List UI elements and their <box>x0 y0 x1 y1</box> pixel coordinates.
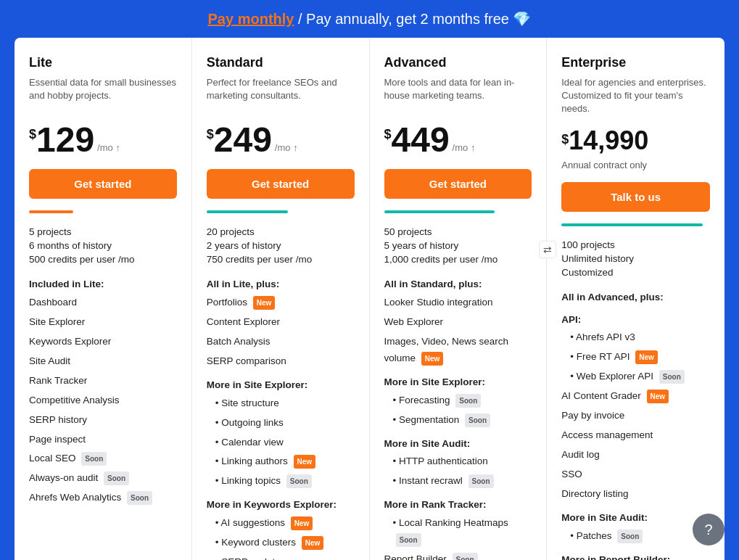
feature-item: Keywords Explorer <box>29 332 177 352</box>
feature-item: Content Explorer <box>207 313 355 332</box>
plan-desc-enterprise: Ideal for agencies and enterprises. Cust… <box>561 76 710 116</box>
section-header: More in Report Builder: <box>561 552 710 560</box>
section-header: More in Site Audit: <box>561 510 710 527</box>
section-header: More in Site Audit: <box>384 436 532 453</box>
progress-bar-advanced <box>384 210 495 213</box>
feature-item: Site Audit <box>29 352 177 371</box>
price-period: /mo ↑ <box>453 142 476 153</box>
new-badge: New <box>647 390 669 403</box>
feature-item: Page inspect <box>29 430 177 450</box>
plan-name-advanced: Advanced <box>384 55 532 70</box>
sub-feature-item: • AI suggestions New <box>207 514 355 533</box>
price-row-advanced: $ 449 /mo ↑ <box>384 123 532 157</box>
sub-feature-item: • Ahrefs API v3 <box>561 328 710 347</box>
features-header: All in Advanced, plus: <box>561 289 710 306</box>
plan-name-standard: Standard <box>207 55 355 70</box>
dollar-sign: $ <box>561 132 569 147</box>
feature-item: Pay by invoice <box>561 406 710 426</box>
plan-desc-advanced: More tools and data for lean in-house ma… <box>384 76 532 111</box>
feature-item: Portfolios New <box>207 293 355 313</box>
section-header: More in Keywords Explorer: <box>207 497 355 514</box>
cta-button-standard[interactable]: Get started <box>207 169 355 199</box>
section-header: More in Site Explorer: <box>207 377 355 394</box>
soon-badge: Soon <box>286 474 312 488</box>
feature-item: Batch Analysis <box>207 332 355 352</box>
sub-feature-item: • Outgoing links <box>207 413 355 433</box>
feature-item: Rank Tracker <box>29 371 177 391</box>
feature-item: Access management <box>561 426 710 445</box>
plan-name-lite: Lite <box>29 55 177 70</box>
new-badge: New <box>294 455 316 469</box>
new-badge: New <box>421 352 444 366</box>
sub-feature-item: • Keyword clusters New <box>207 533 355 553</box>
stat-item: 500 credits per user /mo <box>29 252 177 266</box>
stat-item: 20 projects <box>207 225 355 239</box>
features-header: Included in Lite: <box>29 276 177 293</box>
soon-badge: Soon <box>659 370 685 384</box>
stat-item: Unlimited history <box>561 252 710 265</box>
pricing-container: LiteEssential data for small businesses … <box>15 38 724 560</box>
new-badge: New <box>635 350 658 364</box>
feature-item: Ahrefs Web Analytics Soon <box>29 488 177 508</box>
stat-item: Customized <box>561 265 710 279</box>
soon-badge: Soon <box>453 553 478 560</box>
feature-item: AI Content Grader New <box>561 387 710 406</box>
top-bar: Pay monthly / Pay annually, get 2 months… <box>0 0 739 38</box>
soon-badge: Soon <box>617 530 643 543</box>
price-row-enterprise: $ 14,990 <box>561 128 710 154</box>
dollar-sign: $ <box>207 127 214 142</box>
feature-item: Directory listing <box>561 485 710 504</box>
plan-col-standard: StandardPerfect for freelance SEOs and m… <box>192 38 370 560</box>
feature-item: SERP history <box>29 411 177 430</box>
cta-button-advanced[interactable]: Get started <box>384 169 532 199</box>
price-note: Annual contract only <box>561 160 710 170</box>
stat-item: 5 projects <box>29 225 177 239</box>
sub-feature-item: • Patches Soon <box>561 527 710 546</box>
sub-feature-item: • Forecasting Soon <box>384 391 532 411</box>
price-period: /mo ↑ <box>275 142 298 153</box>
soon-badge: Soon <box>81 452 107 466</box>
feature-item: Images, Video, News search volume New <box>384 332 532 368</box>
stat-item: 2 years of history <box>207 239 355 252</box>
sub-feature-item: • SERP updates <box>207 553 355 560</box>
new-badge: New <box>302 536 324 550</box>
feature-item: Always-on audit Soon <box>29 469 177 488</box>
sub-feature-item: • Calendar view <box>207 433 355 453</box>
sub-feature-item: • Segmentation Soon <box>384 411 532 430</box>
sub-feature-item: • Web Explorer API Soon <box>561 367 710 387</box>
feature-item: Site Explorer <box>29 313 177 332</box>
sub-feature-item: • Instant recrawl Soon <box>384 472 532 491</box>
feature-item: Local SEO Soon <box>29 449 177 469</box>
stat-item: 1,000 credits per user /mo <box>384 252 532 266</box>
price-amount: 14,990 <box>569 128 648 154</box>
feature-item: Report Builder Soon <box>384 550 532 560</box>
sub-feature-item: • Site structure <box>207 394 355 413</box>
section-header: More in Rank Tracker: <box>384 497 532 514</box>
pay-monthly-link[interactable]: Pay monthly <box>208 11 294 27</box>
soon-badge: Soon <box>468 474 494 488</box>
price-amount: 129 <box>36 123 94 157</box>
progress-bar-lite <box>29 210 73 213</box>
price-row-standard: $ 249 /mo ↑ <box>207 123 355 157</box>
feature-item: Looker Studio integration <box>384 293 532 313</box>
section-header: API: <box>561 312 710 329</box>
cta-button-enterprise[interactable]: Talk to us <box>561 182 710 212</box>
stat-item: 5 years of history <box>384 239 532 252</box>
price-period: /mo ↑ <box>97 142 120 153</box>
feature-item: Dashboard <box>29 293 177 313</box>
help-bubble[interactable]: ? <box>693 514 724 545</box>
stat-item: 750 credits per user /mo <box>207 252 355 266</box>
progress-bar-enterprise <box>561 223 703 226</box>
soon-badge: Soon <box>396 533 421 547</box>
diamond-icon: 💎 <box>513 11 531 27</box>
soon-badge: Soon <box>127 491 152 505</box>
stat-item: 6 months of history <box>29 239 177 252</box>
feature-item: SSO <box>561 465 710 485</box>
soon-badge: Soon <box>465 413 490 427</box>
price-row-lite: $ 129 /mo ↑ <box>29 123 177 157</box>
sub-feature-item: • Linking authors New <box>207 452 355 472</box>
feature-item: SERP comparison <box>207 352 355 371</box>
collapse-icon[interactable]: ⇄ <box>539 241 556 258</box>
stat-item: 100 projects <box>561 238 710 252</box>
cta-button-lite[interactable]: Get started <box>29 169 177 199</box>
